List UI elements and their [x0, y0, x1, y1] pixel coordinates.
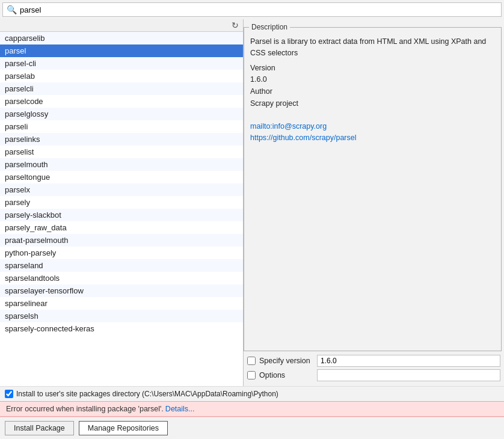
list-item[interactable]: sparselayer-tensorflow	[0, 284, 243, 297]
description-legend: Description	[249, 23, 290, 31]
list-item[interactable]: parsel	[0, 45, 243, 57]
author-label: Author	[250, 86, 495, 97]
github-link-wrap: https://github.com/scrapy/parsel	[250, 132, 495, 144]
list-item[interactable]: parselmouth	[0, 158, 243, 171]
github-link[interactable]: https://github.com/scrapy/parsel	[250, 134, 356, 142]
list-item[interactable]: parselcli	[0, 82, 243, 95]
list-item[interactable]: parseltongue	[0, 171, 243, 183]
list-item[interactable]: sparselsh	[0, 310, 243, 322]
author-value: Scrapy project	[250, 98, 495, 109]
install-path-checkbox[interactable]	[5, 390, 13, 398]
version-label: Version	[250, 63, 495, 74]
error-text: Error occurred when installing package '…	[6, 405, 164, 413]
list-item[interactable]: capparselib	[0, 32, 243, 45]
list-item[interactable]: parsely-slackbot	[0, 209, 243, 221]
install-path-row: Install to user's site packages director…	[0, 386, 504, 401]
search-bar: 🔍	[2, 2, 502, 17]
specify-version-row: Specify version	[247, 355, 500, 367]
list-item[interactable]: parselx	[0, 183, 243, 196]
bottom-bar: Install Package Manage Repositories	[0, 417, 504, 439]
search-icon: 🔍	[7, 5, 17, 14]
package-list-panel: ↻ capparselibparselparsel-cliparselabpar…	[0, 19, 244, 386]
list-item[interactable]: python-parsely	[0, 247, 243, 259]
list-toolbar: ↻	[0, 19, 243, 32]
version-value: 1.6.0	[250, 74, 495, 85]
error-bar: Error occurred when installing package '…	[0, 401, 504, 417]
list-item[interactable]: parselab	[0, 70, 243, 82]
search-input[interactable]	[20, 5, 497, 14]
list-item[interactable]: sparseland	[0, 259, 243, 272]
package-list: capparselibparselparsel-cliparselabparse…	[0, 32, 243, 386]
list-item[interactable]: sparsely-connected-keras	[0, 322, 243, 335]
manage-repositories-button[interactable]: Manage Repositories	[79, 421, 168, 435]
version-input[interactable]	[317, 355, 500, 367]
install-path-label: Install to user's site packages director…	[16, 390, 278, 398]
specify-version-label: Specify version	[259, 357, 313, 365]
description-main-text: Parsel is a library to extract data from…	[250, 36, 495, 59]
list-item[interactable]: parsel-cli	[0, 57, 243, 70]
options-section: Specify version Options	[244, 351, 504, 386]
email-link[interactable]: mailto:info@scrapy.org	[250, 122, 327, 130]
list-item[interactable]: parselglossy	[0, 108, 243, 120]
install-package-button[interactable]: Install Package	[5, 421, 74, 435]
list-item[interactable]: parsely_raw_data	[0, 221, 243, 234]
refresh-button[interactable]: ↻	[230, 20, 241, 30]
description-panel: Description Parsel is a library to extra…	[244, 19, 504, 386]
list-item[interactable]: parselist	[0, 146, 243, 158]
list-item[interactable]: sparselandtools	[0, 272, 243, 284]
email-link-wrap: mailto:info@scrapy.org	[250, 121, 495, 132]
options-row: Options	[247, 369, 500, 381]
list-item[interactable]: parseli	[0, 120, 243, 133]
error-details-link[interactable]: Details...	[165, 405, 195, 413]
list-item[interactable]: sparselinear	[0, 297, 243, 310]
options-input[interactable]	[317, 369, 500, 381]
list-item[interactable]: praat-parselmouth	[0, 234, 243, 247]
list-item[interactable]: parselcode	[0, 95, 243, 108]
list-item[interactable]: parselinks	[0, 133, 243, 146]
description-content: Parsel is a library to extract data from…	[244, 31, 501, 351]
main-content: ↻ capparselibparselparsel-cliparselabpar…	[0, 19, 504, 386]
description-fieldset: Description Parsel is a library to extra…	[244, 23, 502, 351]
list-item[interactable]: parsely	[0, 196, 243, 209]
specify-version-checkbox[interactable]	[247, 357, 256, 365]
options-checkbox[interactable]	[247, 371, 256, 379]
options-label: Options	[259, 371, 313, 379]
